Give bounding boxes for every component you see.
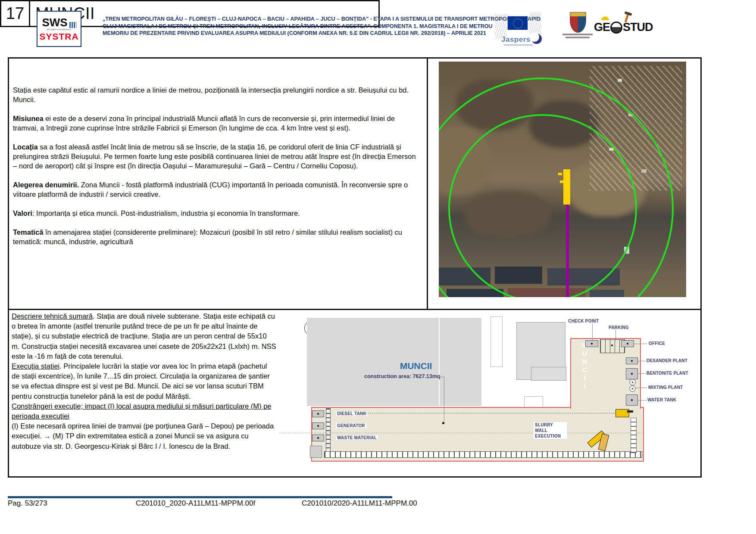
storage-square bbox=[310, 446, 322, 458]
footer-rule bbox=[8, 496, 392, 498]
paragraph-lead: Locația bbox=[13, 143, 38, 151]
paragraph: Locația sa a fost aleasă astfel încât li… bbox=[13, 142, 420, 171]
cluj-coat-of-arms bbox=[570, 12, 586, 33]
leader-line bbox=[592, 324, 593, 340]
header-title-line-1: „TREN METROPOLITAN GILĂU – FLOREȘTI – CL… bbox=[103, 16, 490, 23]
jaspers-caption bbox=[503, 44, 533, 46]
checkpoint-marker bbox=[585, 340, 598, 347]
satellite-image bbox=[439, 62, 686, 297]
station-marker-detail bbox=[558, 173, 562, 175]
coa-caption-line bbox=[562, 34, 593, 35]
systra-wordmark: SYSTRA bbox=[39, 32, 78, 41]
inner-radius-circle bbox=[448, 114, 637, 297]
paragraph-text: sa a fost aleasă astfel încât linia de m… bbox=[13, 143, 416, 170]
section-lead: Constrângeri execuție; impact (I) local … bbox=[12, 402, 271, 420]
leader-line bbox=[638, 361, 646, 361]
sws-logo-row: SWS bbox=[42, 17, 76, 28]
eu-stars-icon bbox=[513, 19, 523, 28]
sws-systra-logo: SWS METRANS ENGINEERING SYSTRA bbox=[37, 11, 81, 47]
paragraph-text: Stația este capătul estic al ramurii nor… bbox=[13, 86, 409, 103]
station-number: 17 bbox=[1, 1, 30, 26]
geostud-stud: STUD bbox=[623, 21, 653, 34]
label-diesel-tank: DIESEL TANK bbox=[336, 411, 368, 416]
paragraph: Tematică în amenajarea stației (consider… bbox=[13, 227, 420, 246]
geostud-logo: GESTUD bbox=[594, 21, 653, 34]
coa-caption-line bbox=[565, 37, 590, 38]
header-title-line-2: CLUJ MAGISTRALA I DE METROU ȘI TREN METR… bbox=[103, 23, 490, 30]
jaspers-crescent-icon bbox=[531, 34, 542, 44]
leader-line bbox=[638, 400, 647, 400]
label-bentonite: BENTONITE PLANT bbox=[647, 371, 688, 376]
site-fence-vertical bbox=[326, 408, 331, 453]
label-check-point: CHECK POINT bbox=[568, 319, 599, 323]
technical-text: Descriere tehnică sumară. Stația are dou… bbox=[12, 311, 276, 451]
desander-marker bbox=[626, 357, 638, 364]
sws-wordmark: SWS bbox=[42, 17, 67, 28]
eu-flag-icon bbox=[508, 16, 528, 30]
section-lead: Execuția stației bbox=[12, 362, 59, 370]
building-outline bbox=[531, 367, 566, 381]
leader-line bbox=[638, 373, 646, 374]
document-reference-right: C201010/2020-A11LM11-MPPM.00 bbox=[302, 499, 417, 508]
paragraph-text: în amenajarea stației (considerente prel… bbox=[13, 228, 402, 245]
building-outline bbox=[490, 317, 503, 367]
metrans-caption: METRANS ENGINEERING bbox=[47, 29, 71, 31]
station-marker-overlay bbox=[563, 169, 570, 205]
mixting-marker bbox=[629, 385, 636, 392]
label-generator: GENERATOR bbox=[336, 423, 366, 428]
section-lead: Descriere tehnică sumară bbox=[12, 312, 93, 320]
jaspers-wordmark: Jaspers bbox=[501, 35, 531, 44]
excavator-arm bbox=[627, 410, 633, 413]
leader-dot bbox=[442, 422, 444, 424]
document-header-title: „TREN METROPOLITAN GILĂU – FLOREȘTI – CL… bbox=[103, 16, 490, 37]
paragraph-text: : Importanța și etica muncii. Post-indus… bbox=[32, 209, 300, 217]
label-waste-material: WASTE MATERIAL bbox=[336, 435, 378, 440]
document-page: SWS METRANS ENGINEERING SYSTRA „TREN MET… bbox=[0, 0, 756, 534]
parking-dot bbox=[611, 345, 613, 346]
document-reference-center: C201010_2020-A11LM11-MPPM.00f bbox=[136, 499, 255, 508]
leader-line bbox=[444, 377, 444, 422]
guide-wall bbox=[631, 418, 637, 453]
label-office: OFFICE bbox=[649, 341, 665, 346]
bentonite-marker bbox=[626, 368, 638, 379]
geostud-hardhat-icon bbox=[601, 16, 609, 20]
plan-area-label: construction area: 7627.13mq bbox=[364, 373, 440, 379]
paragraph-lead: Misiunea bbox=[13, 115, 44, 122]
label-slurry-wall: SLURRY WALL EXECUTION bbox=[534, 422, 567, 439]
diesel-tank-marker bbox=[312, 410, 324, 417]
building bbox=[618, 79, 622, 82]
office-marker bbox=[621, 340, 634, 347]
label-water-tank: WATER TANK bbox=[647, 397, 676, 402]
station-overview-text: Stația este capătul estic al ramurii nor… bbox=[13, 85, 420, 256]
leader-line bbox=[615, 330, 616, 340]
boulevard-axis-line bbox=[366, 413, 629, 413]
paragraph: Stația este capătul estic al ramurii nor… bbox=[13, 85, 420, 104]
station-marker-detail bbox=[560, 180, 563, 183]
generator-marker bbox=[312, 422, 324, 429]
paragraph: Valori: Importanța și etica muncii. Post… bbox=[13, 208, 420, 218]
page-number: Pag. 53/273 bbox=[8, 499, 47, 508]
leader-line bbox=[636, 388, 647, 388]
leader-line bbox=[634, 344, 647, 344]
paragraph-lead: Valori bbox=[13, 209, 32, 217]
plan-title: MUNCII bbox=[388, 361, 444, 371]
metro-line-overlay bbox=[566, 205, 569, 297]
leader-line bbox=[434, 377, 445, 377]
geostud-o-icon bbox=[610, 22, 622, 34]
water-tank-marker bbox=[626, 394, 638, 406]
paragraph-lead: Alegerea denumirii. bbox=[13, 181, 79, 189]
paragraph: Misiunea ei este de a deservi zona în pr… bbox=[13, 114, 420, 133]
label-mixting: MIXTING PLANT bbox=[648, 385, 683, 390]
section-text: (I) Este necesară oprirea liniei de tram… bbox=[12, 422, 274, 450]
header-title-line-3: MEMORIU DE PREZENTARE PRIVIND EVALUAREA … bbox=[103, 30, 490, 37]
road-edge-line bbox=[279, 433, 642, 433]
metrans-m-icon bbox=[69, 22, 76, 28]
mixting-marker bbox=[629, 379, 636, 385]
paragraph-text: ei este de a deservi zona în principal i… bbox=[13, 115, 395, 132]
waste-marker bbox=[312, 435, 324, 441]
label-desander: DESANDER PLANT bbox=[647, 358, 687, 363]
slurry-wall-strip bbox=[324, 451, 642, 458]
paragraph: Alegerea denumirii. Zona Muncii - fostă … bbox=[13, 180, 420, 199]
paragraph-lead: Tematică bbox=[13, 228, 43, 236]
site-watermark: MUNCII bbox=[581, 342, 588, 385]
